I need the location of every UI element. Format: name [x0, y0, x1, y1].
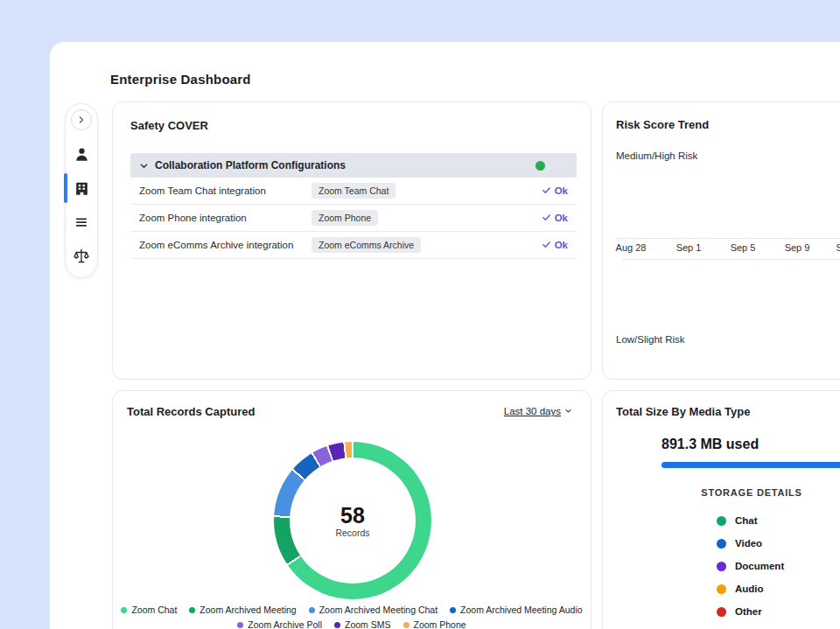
records-total-unit: Records: [335, 528, 369, 538]
x-tick: Sep 9: [785, 242, 810, 253]
legend-label: Zoom Phone: [414, 619, 466, 629]
total-size-card: Total Size By Media Type 891.3 MB used S…: [602, 390, 840, 629]
legend-dot: [717, 584, 726, 594]
risk-slider-track[interactable]: [622, 259, 840, 260]
legend-label: Audio: [735, 584, 764, 594]
legend-item: Zoom Archived Meeting Chat: [309, 605, 438, 615]
legend-item: Other: [717, 600, 784, 623]
records-donut-chart[interactable]: 58 Records: [274, 442, 431, 599]
config-table: Collaboration Platform Configurations Zo…: [130, 153, 577, 259]
legend-dot: [717, 516, 726, 526]
legend-item: Zoom Chat: [121, 605, 177, 615]
legend-item: Zoom Archived Meeting: [189, 605, 296, 615]
legend-label: Document: [735, 561, 784, 571]
legend-label: Zoom Archived Meeting Audio: [460, 605, 583, 615]
table-row: Zoom eComms Archive integration Zoom eCo…: [130, 232, 577, 259]
storage-used-label: 891.3 MB used: [662, 437, 759, 452]
building-icon: [74, 180, 90, 197]
check-icon: [542, 185, 551, 197]
legend-dot: [403, 622, 410, 628]
config-group-header[interactable]: Collaboration Platform Configurations: [130, 153, 577, 178]
menu-lines-icon: [74, 214, 89, 230]
person-icon: [74, 146, 90, 163]
risk-score-trend-card: Risk Score Trend Medium/High Risk Aug 28…: [602, 101, 840, 380]
sidebar-active-indicator: [64, 173, 67, 203]
legend-label: Chat: [735, 515, 758, 526]
safety-cover-card: Safety COVER Collaboration Platform Conf…: [112, 101, 592, 380]
donut-legend-row-1: Zoom ChatZoom Archived MeetingZoom Archi…: [113, 605, 591, 615]
x-tick: Sep 13: [836, 242, 840, 253]
legend-dot: [450, 607, 456, 613]
chevron-down-icon: [564, 406, 572, 416]
sidebar-item-menu[interactable]: [71, 212, 92, 233]
safety-cover-title: Safety COVER: [130, 119, 208, 132]
check-icon: [542, 240, 551, 251]
date-range-selector[interactable]: Last 30 days: [504, 406, 572, 416]
donut-center: 58 Records: [290, 458, 416, 584]
legend-item: Chat: [717, 509, 784, 532]
legend-dot: [189, 607, 195, 613]
storage-usage-bar: [662, 462, 840, 468]
integration-tag: Zoom Phone: [312, 210, 378, 226]
legend-label: Zoom SMS: [345, 619, 391, 629]
table-row: Zoom Team Chat integration Zoom Team Cha…: [130, 178, 577, 205]
status-badge: Ok: [542, 240, 577, 251]
status-dot-green: [536, 161, 545, 171]
risk-trend-title: Risk Score Trend: [616, 118, 709, 131]
chevron-down-icon: [139, 161, 149, 171]
legend-item: Audio: [717, 577, 784, 600]
integration-tag: Zoom Team Chat: [312, 183, 396, 199]
legend-dot: [717, 562, 726, 571]
config-group-title: Collaboration Platform Configurations: [155, 159, 346, 171]
status-badge: Ok: [542, 213, 577, 224]
records-total-value: 58: [340, 504, 365, 527]
legend-label: Zoom Chat: [131, 605, 177, 615]
legend-item: Zoom Phone: [403, 619, 466, 629]
risk-axis-line: [615, 238, 840, 239]
storage-details-heading: STORAGE DETAILS: [603, 487, 840, 498]
storage-title: Total Size By Media Type: [616, 405, 750, 418]
table-row: Zoom Phone integration Zoom Phone Ok: [130, 205, 577, 232]
legend-dot: [237, 622, 243, 628]
integration-tag: Zoom eComms Archive: [312, 237, 421, 253]
integration-name: Zoom eComms Archive integration: [130, 240, 312, 250]
legend-item: Zoom SMS: [334, 619, 391, 629]
risk-axis-top-label: Medium/High Risk: [616, 150, 697, 161]
sidebar-item-users[interactable]: [71, 143, 92, 164]
risk-x-axis-ticks: Aug 28 Sep 1 Sep 5 Sep 9 Sep 13: [603, 242, 840, 256]
sidebar-expand-button[interactable]: [71, 109, 92, 130]
legend-item: Zoom Archived Meeting Audio: [450, 605, 583, 615]
integration-name: Zoom Phone integration: [130, 213, 312, 223]
chevron-right-icon: [76, 115, 87, 125]
legend-label: Zoom Archive Poll: [248, 619, 322, 629]
total-records-card: Total Records Captured Last 30 days 58 R…: [112, 390, 592, 629]
x-tick: Aug 28: [616, 242, 647, 253]
page-title: Enterprise Dashboard: [110, 72, 251, 87]
legend-dot: [309, 607, 315, 613]
legend-label: Video: [735, 538, 762, 549]
legend-dot: [334, 622, 340, 628]
legend-dot: [717, 539, 726, 549]
status-badge: Ok: [542, 185, 577, 197]
check-icon: [542, 213, 551, 224]
date-range-label: Last 30 days: [504, 406, 561, 416]
records-title: Total Records Captured: [127, 405, 255, 418]
enterprise-dashboard-screen: { "page": { "title": "Enterprise Dashboa…: [0, 0, 840, 629]
legend-label: Other: [735, 606, 762, 617]
legend-item: Zoom Archive Poll: [237, 619, 322, 629]
legend-label: Zoom Archived Meeting: [200, 605, 296, 615]
sidebar-item-compliance[interactable]: [71, 246, 92, 267]
donut-legend-row-2: Zoom Archive PollZoom SMSZoom Phone: [113, 619, 591, 629]
risk-axis-bottom-label: Low/Slight Risk: [616, 334, 685, 345]
x-tick: Sep 1: [676, 242, 702, 253]
legend-dot: [717, 607, 726, 617]
legend-item: Video: [717, 532, 784, 555]
sidebar-rail: [65, 103, 98, 278]
integration-name: Zoom Team Chat integration: [130, 185, 312, 196]
x-tick: Sep 5: [731, 242, 756, 253]
legend-item: Document: [717, 555, 784, 577]
sidebar-item-organization[interactable]: [71, 178, 92, 199]
storage-legend: ChatVideoDocumentAudioOther: [717, 509, 784, 623]
legend-label: Zoom Archived Meeting Chat: [319, 605, 438, 615]
legend-dot: [121, 607, 127, 613]
